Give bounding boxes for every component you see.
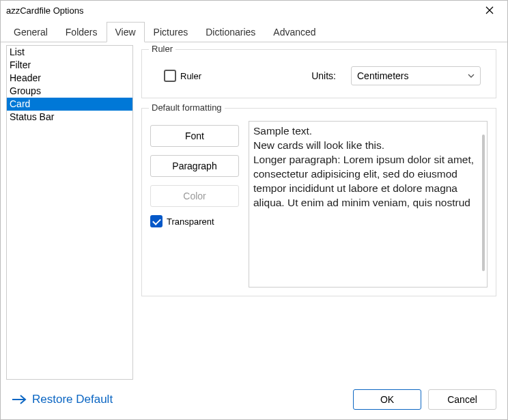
- sidebar-item-statusbar[interactable]: Status Bar: [7, 111, 132, 124]
- tab-pictures[interactable]: Pictures: [145, 22, 197, 42]
- sidebar-item-card[interactable]: Card: [7, 98, 132, 111]
- arrow-right-icon: [12, 394, 27, 405]
- checkbox-icon: [164, 70, 176, 82]
- restore-default-link[interactable]: Restore Default: [12, 393, 113, 406]
- font-button[interactable]: Font: [150, 125, 239, 147]
- ruler-row: Ruler Units: Centimeters: [150, 62, 488, 89]
- content-pane: Ruler Ruler Units: Centimeters Default f…: [136, 45, 502, 380]
- color-button[interactable]: Color: [150, 185, 239, 207]
- window-title: azzCardfile Options: [6, 5, 83, 16]
- tab-bar: General Folders View Pictures Dictionari…: [1, 21, 507, 42]
- format-group-title: Default formatting: [149, 102, 225, 113]
- dialog-body: List Filter Header Groups Card Status Ba…: [1, 42, 507, 382]
- restore-default-label: Restore Default: [32, 393, 113, 406]
- units-value: Centimeters: [357, 70, 408, 81]
- ok-button[interactable]: OK: [353, 389, 421, 410]
- sample-text-area[interactable]: Sample text. New cards will look like th…: [249, 121, 488, 288]
- units-select[interactable]: Centimeters: [351, 66, 481, 85]
- units-label: Units:: [311, 70, 336, 81]
- options-dialog: azzCardfile Options General Folders View…: [0, 0, 508, 420]
- chevron-down-icon: [468, 72, 475, 79]
- sidebar-item-list[interactable]: List: [7, 46, 132, 59]
- checkbox-icon: [150, 215, 163, 227]
- transparent-label: Transparent: [167, 216, 214, 227]
- transparent-checkbox[interactable]: Transparent: [150, 215, 239, 227]
- close-button[interactable]: [477, 3, 502, 17]
- cancel-button[interactable]: Cancel: [428, 389, 496, 410]
- view-sidebar: List Filter Header Groups Card Status Ba…: [6, 45, 133, 380]
- ruler-group: Ruler Ruler Units: Centimeters: [141, 49, 496, 98]
- dialog-footer: Restore Default OK Cancel: [1, 382, 507, 419]
- sample-scrollbar[interactable]: [482, 135, 485, 271]
- sidebar-item-groups[interactable]: Groups: [7, 85, 132, 98]
- paragraph-button[interactable]: Paragraph: [150, 155, 239, 177]
- sample-wrapper: Sample text. New cards will look like th…: [249, 121, 488, 288]
- ruler-group-title: Ruler: [149, 44, 175, 54]
- tab-general[interactable]: General: [5, 22, 57, 42]
- titlebar: azzCardfile Options: [1, 1, 507, 20]
- tab-folders[interactable]: Folders: [57, 22, 107, 42]
- sidebar-item-filter[interactable]: Filter: [7, 59, 132, 72]
- sidebar-item-header[interactable]: Header: [7, 72, 132, 85]
- format-grid: Font Paragraph Color Transparent Sample …: [150, 121, 488, 288]
- format-controls: Font Paragraph Color Transparent: [150, 121, 239, 288]
- tab-advanced[interactable]: Advanced: [264, 22, 324, 42]
- ruler-checkbox-label: Ruler: [180, 71, 201, 81]
- tab-dictionaries[interactable]: Dictionaries: [197, 22, 264, 42]
- ruler-checkbox[interactable]: Ruler: [164, 70, 201, 82]
- close-icon: [485, 6, 494, 14]
- format-group: Default formatting Font Paragraph Color …: [141, 108, 496, 296]
- tab-view[interactable]: View: [107, 22, 145, 42]
